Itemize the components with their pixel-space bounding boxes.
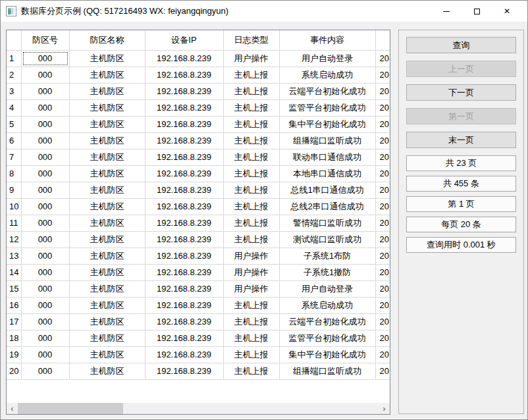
cell-event[interactable]: 集中平台初始化成功 — [279, 116, 375, 132]
cell-ip[interactable]: 192.168.8.239 — [145, 231, 223, 248]
cell-event[interactable]: 系统启动成功 — [279, 66, 375, 83]
cell-event[interactable]: 子系统1布防 — [279, 248, 375, 264]
scroll-right-icon[interactable]: › — [379, 403, 390, 414]
cell-time[interactable]: 20 — [375, 313, 390, 330]
cell-log-type[interactable]: 主机上报 — [223, 231, 279, 248]
cell-event[interactable]: 测试端口监听成功 — [279, 231, 375, 248]
cell-zone-name[interactable]: 主机防区 — [69, 165, 145, 182]
cell-time[interactable]: 20 — [375, 264, 390, 280]
cell-log-type[interactable]: 主机上报 — [223, 330, 279, 346]
cell-log-type[interactable]: 用户操作 — [223, 248, 279, 264]
scrollbar-thumb[interactable] — [18, 403, 123, 414]
cell-zone-name[interactable]: 主机防区 — [69, 313, 145, 330]
titlebar[interactable]: 数据库分页示例 (QQ: 517216493 WX: feiyangqingyu… — [1, 1, 527, 22]
cell-zone-name[interactable]: 主机防区 — [69, 99, 145, 116]
cell-time[interactable]: 20 — [375, 116, 390, 132]
cell-ip[interactable]: 192.168.8.239 — [145, 99, 223, 116]
cell-log-type[interactable]: 主机上报 — [223, 297, 279, 313]
cell-event[interactable]: 云端平台初始化成功 — [279, 83, 375, 99]
cell-time[interactable]: 20 — [375, 66, 390, 83]
column-header-ip[interactable]: 设备IP — [145, 30, 223, 50]
cell-zone[interactable]: 000 — [21, 198, 69, 215]
cell-ip[interactable]: 192.168.8.239 — [145, 363, 223, 379]
cell-time[interactable]: 20 — [375, 231, 390, 248]
cell-ip[interactable]: 192.168.8.239 — [145, 198, 223, 215]
cell-time[interactable]: 20 — [375, 248, 390, 264]
minimize-button[interactable] — [431, 1, 462, 22]
cell-zone-name[interactable]: 主机防区 — [69, 264, 145, 280]
cell-zone-name[interactable]: 主机防区 — [69, 83, 145, 99]
cell-time[interactable]: 20 — [375, 280, 390, 297]
cell-event[interactable]: 总线1串口通信成功 — [279, 182, 375, 198]
cell-ip[interactable]: 192.168.8.239 — [145, 280, 223, 297]
cell-zone[interactable]: 000 — [21, 215, 69, 231]
cell-log-type[interactable]: 主机上报 — [223, 363, 279, 379]
cell-zone[interactable]: 000 — [21, 165, 69, 182]
column-header-log-type[interactable]: 日志类型 — [223, 30, 279, 50]
column-header-event[interactable]: 事件内容 — [279, 30, 375, 50]
cell-time[interactable]: 20 — [375, 165, 390, 182]
cell-zone[interactable]: 000 — [21, 231, 69, 248]
cell-time[interactable]: 20 — [375, 198, 390, 215]
cell-zone-name[interactable]: 主机防区 — [69, 346, 145, 363]
cell-zone[interactable]: 000 — [21, 330, 69, 346]
cell-zone[interactable]: 000 — [21, 116, 69, 132]
cell-ip[interactable]: 192.168.8.239 — [145, 313, 223, 330]
cell-time[interactable]: 20 — [375, 182, 390, 198]
next-page-button[interactable]: 下一页 — [406, 84, 516, 101]
cell-log-type[interactable]: 主机上报 — [223, 149, 279, 165]
cell-zone[interactable]: 000 — [21, 50, 69, 66]
cell-zone[interactable]: 000 — [21, 297, 69, 313]
cell-log-type[interactable]: 用户操作 — [223, 264, 279, 280]
cell-zone-name[interactable]: 主机防区 — [69, 297, 145, 313]
cell-event[interactable]: 组播端口监听成功 — [279, 132, 375, 149]
cell-zone-name[interactable]: 主机防区 — [69, 198, 145, 215]
cell-zone[interactable]: 000 — [21, 313, 69, 330]
cell-time[interactable]: 20 — [375, 149, 390, 165]
cell-zone[interactable]: 000 — [21, 182, 69, 198]
cell-log-type[interactable]: 用户操作 — [223, 50, 279, 66]
cell-time[interactable]: 20 — [375, 215, 390, 231]
cell-event[interactable]: 监管平台初始化成功 — [279, 330, 375, 346]
cell-ip[interactable]: 192.168.8.239 — [145, 248, 223, 264]
cell-zone-name[interactable]: 主机防区 — [69, 363, 145, 379]
cell-log-type[interactable]: 主机上报 — [223, 66, 279, 83]
cell-ip[interactable]: 192.168.8.239 — [145, 116, 223, 132]
cell-ip[interactable]: 192.168.8.239 — [145, 215, 223, 231]
last-page-button[interactable]: 末一页 — [406, 132, 516, 148]
cell-event[interactable]: 本地串口通信成功 — [279, 165, 375, 182]
column-header-zone-name[interactable]: 防区名称 — [69, 30, 145, 50]
cell-zone[interactable]: 000 — [21, 346, 69, 363]
cell-zone[interactable]: 000 — [21, 149, 69, 165]
cell-time[interactable]: 20 — [375, 297, 390, 313]
cell-zone-name[interactable]: 主机防区 — [69, 231, 145, 248]
cell-zone-name[interactable]: 主机防区 — [69, 280, 145, 297]
cell-log-type[interactable]: 主机上报 — [223, 215, 279, 231]
cell-zone-name[interactable]: 主机防区 — [69, 182, 145, 198]
cell-log-type[interactable]: 主机上报 — [223, 198, 279, 215]
cell-zone[interactable]: 000 — [21, 66, 69, 83]
cell-time[interactable]: 20 — [375, 99, 390, 116]
cell-event[interactable]: 集中平台初始化成功 — [279, 346, 375, 363]
horizontal-scrollbar[interactable]: ‹ › — [7, 403, 390, 414]
cell-time[interactable]: 20 — [375, 363, 390, 379]
cell-time[interactable]: 20 — [375, 83, 390, 99]
cell-zone[interactable]: 000 — [21, 132, 69, 149]
cell-ip[interactable]: 192.168.8.239 — [145, 182, 223, 198]
cell-log-type[interactable]: 主机上报 — [223, 99, 279, 116]
cell-zone[interactable]: 000 — [21, 363, 69, 379]
cell-zone[interactable]: 000 — [21, 280, 69, 297]
cell-ip[interactable]: 192.168.8.239 — [145, 83, 223, 99]
cell-event[interactable]: 监管平台初始化成功 — [279, 99, 375, 116]
cell-ip[interactable]: 192.168.8.239 — [145, 297, 223, 313]
cell-event[interactable]: 联动串口通信成功 — [279, 149, 375, 165]
cell-zone-name[interactable]: 主机防区 — [69, 132, 145, 149]
maximize-button[interactable] — [462, 1, 492, 22]
cell-time[interactable]: 20 — [375, 50, 390, 66]
cell-zone[interactable]: 000 — [21, 248, 69, 264]
cell-log-type[interactable]: 用户操作 — [223, 280, 279, 297]
cell-time[interactable]: 20 — [375, 132, 390, 149]
cell-log-type[interactable]: 主机上报 — [223, 165, 279, 182]
cell-zone[interactable]: 000 — [21, 264, 69, 280]
cell-zone-name[interactable]: 主机防区 — [69, 248, 145, 264]
